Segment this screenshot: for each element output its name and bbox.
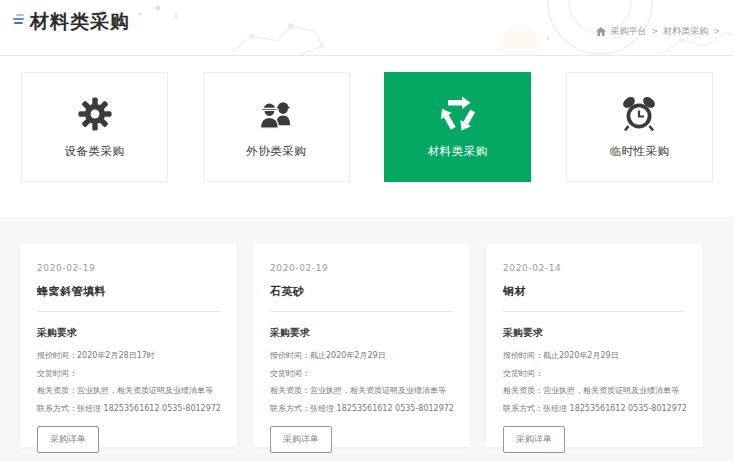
breadcrumb-home-link[interactable]: 采购平台 (611, 25, 647, 38)
category-label: 外协类采购 (246, 144, 306, 159)
listing-card: 2020-02-14 钢材 采购要求 报价时间：截止2020年2月29日 交货时… (486, 244, 703, 447)
title-marker-icon (13, 14, 24, 26)
delivery-time: 交货时间： (503, 365, 686, 383)
quote-deadline: 报价时间：2020年2月28日17时 (37, 347, 220, 365)
category-card-temporary[interactable]: 临时性采购 (566, 72, 713, 182)
listing-card: 2020-02-19 石英砂 采购要求 报价时间：截止2020年2月29日 交货… (253, 244, 470, 447)
detail-button[interactable]: 采购详单 (270, 426, 332, 453)
category-card-equipment[interactable]: 设备类采购 (21, 72, 168, 182)
listing-title: 石英砂 (270, 284, 453, 299)
contact-info: 联系方式：张经理 18253561612 0535-8012972 (270, 400, 453, 418)
divider (37, 311, 220, 312)
breadcrumb-separator: > (652, 27, 659, 36)
detail-button[interactable]: 采购详单 (37, 426, 99, 453)
detail-button[interactable]: 采购详单 (503, 426, 565, 453)
listings-section: 2020-02-19 蜂窝斜管填料 采购要求 报价时间：2020年2月28日17… (0, 217, 734, 461)
qualifications: 相关资质：营业执照，相关资质证明及业绩清单等 (503, 382, 686, 400)
category-label: 设备类采购 (65, 144, 125, 159)
workers-icon (255, 95, 297, 133)
contact-info: 联系方式：张经理 18253561612 0535-8012972 (503, 400, 686, 418)
category-label: 临时性采购 (609, 144, 669, 159)
home-icon[interactable] (596, 27, 606, 36)
page-title: 材料类采购 (30, 9, 130, 35)
divider (503, 311, 686, 312)
qualifications: 相关资质：营业执照，相关资质证明及业绩清单等 (37, 382, 220, 400)
divider (270, 311, 453, 312)
page: 材料类采购 采购平台 > 材料类采购 > (0, 0, 734, 461)
category-card-material[interactable]: 材料类采购 (384, 72, 531, 182)
qualifications: 相关资质：营业执照，相关资质证明及业绩清单等 (270, 382, 453, 400)
listing-date: 2020-02-19 (270, 263, 453, 273)
gear-icon (78, 95, 112, 133)
delivery-time: 交货时间： (270, 365, 453, 383)
page-header: 材料类采购 采购平台 > 材料类采购 > (0, 0, 734, 56)
delivery-time: 交货时间： (37, 365, 220, 383)
contact-info: 联系方式：张经理 18253561612 0535-8012972 (37, 400, 220, 418)
category-label: 材料类采购 (428, 144, 488, 159)
listing-date: 2020-02-14 (503, 263, 686, 273)
quote-deadline: 报价时间：截止2020年2月29日 (270, 347, 453, 365)
quote-deadline: 报价时间：截止2020年2月29日 (503, 347, 686, 365)
requirements-heading: 采购要求 (37, 326, 220, 340)
alarm-clock-icon (620, 95, 658, 133)
breadcrumb-current-link[interactable]: 材料类采购 (663, 25, 708, 38)
requirements-heading: 采购要求 (270, 326, 453, 340)
breadcrumb: 采购平台 > 材料类采购 > (596, 25, 720, 38)
breadcrumb-separator: > (713, 27, 720, 36)
listing-date: 2020-02-19 (37, 263, 220, 273)
listing-title: 蜂窝斜管填料 (37, 284, 220, 299)
category-tabs: 设备类采购 (0, 56, 734, 217)
category-card-outsourcing[interactable]: 外协类采购 (203, 72, 350, 182)
listing-card: 2020-02-19 蜂窝斜管填料 采购要求 报价时间：2020年2月28日17… (20, 244, 237, 447)
recycle-icon (438, 95, 478, 133)
listing-title: 钢材 (503, 284, 686, 299)
requirements-heading: 采购要求 (503, 326, 686, 340)
